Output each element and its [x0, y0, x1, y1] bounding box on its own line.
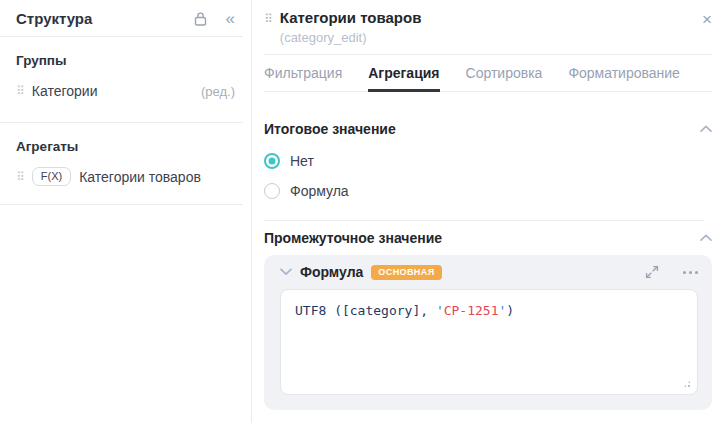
- panel-divider: [264, 220, 704, 221]
- total-value-section-header: Итоговое значение: [264, 121, 712, 137]
- sidebar-divider: [0, 122, 243, 123]
- panel-titles: Категории товаров (category_edit): [280, 9, 702, 45]
- formula-card-title: Формула: [300, 264, 363, 280]
- formula-card: Формула ОСНОВНАЯ UTF8 ([category], 'CP-1…: [264, 255, 712, 410]
- aggregate-item-label: Категории товаров: [79, 169, 235, 185]
- radio-option-none[interactable]: Нет: [264, 153, 712, 169]
- tab-formatting[interactable]: Форматирование: [568, 55, 680, 92]
- aggregate-item-categories[interactable]: ⠿ F(X) Категории товаров: [16, 167, 235, 186]
- settings-tabs: Фильтрация Агрегация Сортировка Форматир…: [264, 55, 712, 92]
- formula-card-header: Формула ОСНОВНАЯ: [280, 264, 698, 280]
- drag-handle-icon[interactable]: ⠿: [16, 85, 24, 97]
- code-token: UTF8 ([category],: [295, 303, 436, 318]
- close-icon[interactable]: ×: [702, 11, 712, 28]
- sidebar-title: Структура: [16, 10, 193, 27]
- sidebar-divider: [0, 204, 243, 205]
- total-value-heading: Итоговое значение: [264, 121, 700, 137]
- radio-option-formula[interactable]: Формула: [264, 183, 712, 199]
- code-token: ): [506, 303, 514, 318]
- radio-selected-icon[interactable]: [264, 153, 280, 169]
- radio-unselected-icon[interactable]: [264, 183, 280, 199]
- tab-sorting[interactable]: Сортировка: [466, 55, 543, 92]
- sidebar-header: Структура «: [0, 0, 251, 36]
- primary-badge: ОСНОВНАЯ: [371, 265, 441, 280]
- group-item-label: Категории: [32, 83, 201, 99]
- group-item-categories[interactable]: ⠿ Категории (ред.): [16, 83, 235, 99]
- collapse-sidebar-icon[interactable]: «: [226, 10, 235, 27]
- formula-type-badge: F(X): [32, 167, 71, 186]
- radio-label: Нет: [290, 153, 314, 169]
- code-token: CP-1251: [444, 303, 499, 318]
- drag-handle-icon[interactable]: ⠿: [264, 12, 272, 26]
- intermediate-value-heading: Промежуточное значение: [264, 230, 700, 246]
- expand-icon[interactable]: [645, 265, 659, 279]
- chevron-up-icon[interactable]: [700, 125, 712, 133]
- panel-header: ⠿ Категории товаров (category_edit) ×: [264, 0, 712, 45]
- structure-sidebar: Структура « Группы ⠿ Категории (ред.) Аг…: [0, 0, 252, 423]
- intermediate-value-section-header: Промежуточное значение: [264, 230, 712, 246]
- code-token: ': [436, 303, 444, 318]
- tab-filtering[interactable]: Фильтрация: [264, 55, 342, 92]
- resize-grip-icon[interactable]: [682, 379, 692, 389]
- edited-badge: (ред.): [201, 84, 235, 99]
- field-editor-window: Структура « Группы ⠿ Категории (ред.) Аг…: [0, 0, 724, 423]
- sidebar-divider: [0, 36, 243, 37]
- more-options-icon[interactable]: [683, 267, 698, 278]
- field-settings-panel: ⠿ Категории товаров (category_edit) × Фи…: [252, 0, 724, 423]
- radio-label: Формула: [290, 183, 349, 199]
- drag-handle-icon[interactable]: ⠿: [16, 171, 24, 183]
- panel-title: Категории товаров: [280, 9, 702, 26]
- aggregates-section-heading: Агрегаты: [16, 139, 235, 154]
- panel-subtitle: (category_edit): [280, 30, 702, 45]
- chevron-down-icon[interactable]: [280, 268, 292, 276]
- tab-aggregation[interactable]: Агрегация: [368, 55, 439, 92]
- lock-icon[interactable]: [193, 11, 208, 27]
- chevron-up-icon[interactable]: [700, 234, 712, 242]
- formula-code-editor[interactable]: UTF8 ([category], 'CP-1251'): [280, 289, 698, 395]
- groups-section-heading: Группы: [16, 53, 235, 68]
